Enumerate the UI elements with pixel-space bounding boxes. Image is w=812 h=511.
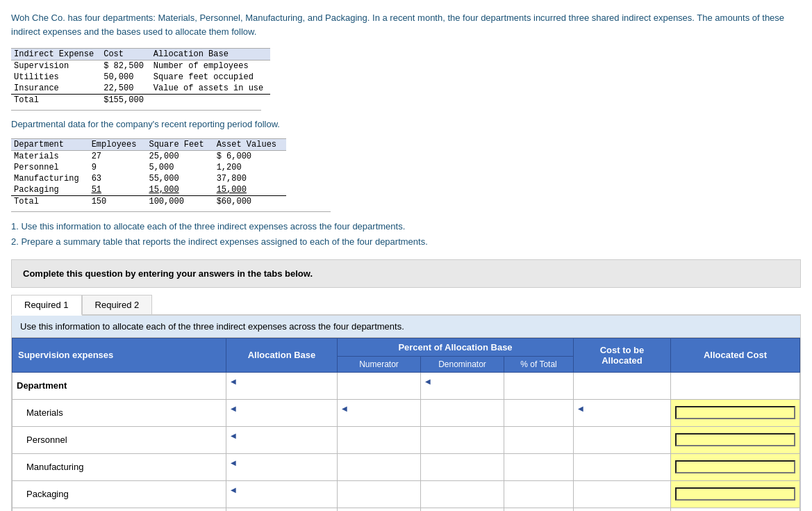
personnel-pct-input[interactable]	[508, 435, 569, 445]
manufacturing-pct-cell[interactable]	[504, 453, 574, 480]
sqft-personnel: 5,000	[146, 162, 213, 173]
dept-total-emp: 150	[89, 195, 147, 207]
manufacturing-allocated-cost-input[interactable]	[675, 460, 795, 473]
dept-pct-input[interactable]	[508, 381, 569, 391]
personnel-allocated-cost-cell[interactable]	[671, 426, 800, 453]
tab-required-2[interactable]: Required 2	[82, 295, 153, 314]
dept-denominator-input[interactable]	[425, 387, 499, 396]
dept-total-assets: $60,000	[214, 195, 286, 207]
dept-numerator-input-cell[interactable]	[338, 372, 421, 399]
manufacturing-alloc-base-cell[interactable]: ◀	[226, 453, 338, 480]
personnel-numerator-cell[interactable]	[338, 426, 421, 453]
personnel-allocated-cost-input[interactable]	[675, 433, 795, 446]
totals-cost-alloc-cell[interactable]	[574, 508, 671, 511]
tab-required-1[interactable]: Required 1	[11, 295, 82, 316]
tab-content: Use this information to allocate each of…	[11, 316, 801, 511]
dept-alloc-base-input-cell[interactable]: ◀	[226, 372, 338, 399]
cost-supervision: $ 82,500	[101, 60, 151, 72]
materials-alloc-base-input[interactable]	[231, 414, 333, 423]
manufacturing-cost-alloc-cell[interactable]	[574, 453, 671, 480]
totals-numerator-cell[interactable]	[338, 508, 421, 511]
dept-packaging: Packaging	[11, 184, 89, 196]
emp-personnel: 9	[89, 162, 147, 173]
packaging-alloc-base-input[interactable]	[231, 495, 333, 505]
materials-allocated-cost-cell[interactable]	[671, 399, 800, 426]
manufacturing-allocated-cost-cell[interactable]	[671, 453, 800, 480]
totals-denominator-cell[interactable]	[421, 508, 504, 511]
th-denominator: Denominator	[421, 356, 504, 372]
base-insurance: Value of assets in use	[151, 83, 270, 95]
packaging-cost-alloc-input[interactable]	[578, 489, 666, 499]
dept-allocated-cost-input-cell[interactable]	[671, 372, 800, 399]
manufacturing-numerator-input[interactable]	[342, 462, 416, 472]
packaging-allocated-cost-input[interactable]	[675, 487, 795, 501]
row-label-materials: Materials	[13, 399, 226, 426]
materials-alloc-base-cell[interactable]: ◀	[226, 399, 338, 426]
packaging-denominator-input[interactable]	[425, 489, 499, 499]
manufacturing-denominator-input[interactable]	[425, 462, 499, 472]
packaging-allocated-cost-cell[interactable]	[671, 480, 800, 508]
sqft-manufacturing: 55,000	[146, 173, 213, 184]
th-allocation-base: Allocation Base	[226, 338, 338, 372]
dept-allocated-cost-input[interactable]	[675, 381, 795, 391]
dept-total-label: Total	[11, 195, 89, 207]
manufacturing-denominator-cell[interactable]	[421, 453, 504, 480]
instruction-1: 1. Use this information to allocate each…	[11, 219, 801, 234]
packaging-pct-input[interactable]	[508, 489, 569, 499]
totals-alloc-base-cell[interactable]	[226, 508, 338, 511]
packaging-numerator-input[interactable]	[342, 489, 416, 499]
manufacturing-alloc-base-input[interactable]	[231, 468, 333, 478]
instruction-2: 2. Prepare a summary table that reports …	[11, 234, 801, 250]
manufacturing-pct-input[interactable]	[508, 462, 569, 472]
col-cost: Cost	[101, 49, 151, 60]
materials-numerator-cell[interactable]: ◀	[338, 399, 421, 426]
packaging-numerator-cell[interactable]	[338, 480, 421, 508]
assets-materials: $ 6,000	[214, 150, 286, 162]
personnel-cost-alloc-input[interactable]	[578, 435, 666, 445]
personnel-denominator-cell[interactable]	[421, 426, 504, 453]
dept-cost-alloc-input-cell[interactable]	[574, 372, 671, 399]
dept-personnel: Personnel	[11, 162, 89, 173]
tab-instruction: Use this information to allocate each of…	[12, 316, 800, 338]
base-utilities: Square feet occupied	[151, 72, 270, 83]
allocation-table: Supervision expenses Allocation Base Per…	[12, 338, 800, 511]
base-supervision: Number of employees	[151, 60, 270, 72]
packaging-alloc-base-cell[interactable]: ◀	[226, 480, 338, 508]
materials-denominator-cell[interactable]	[421, 399, 504, 426]
materials-pct-input[interactable]	[508, 408, 569, 418]
cost-insurance: 22,500	[101, 83, 151, 95]
dept-denominator-input-cell[interactable]: ◀	[421, 372, 504, 399]
personnel-denominator-input[interactable]	[425, 435, 499, 445]
materials-cost-alloc-cell[interactable]: ◀	[574, 399, 671, 426]
dept-alloc-base-input[interactable]	[231, 387, 333, 396]
dept-pct-input-cell[interactable]	[504, 372, 574, 399]
totals-pct-cell[interactable]	[504, 508, 574, 511]
packaging-cost-alloc-cell[interactable]	[574, 480, 671, 508]
dept-cost-alloc-input[interactable]	[578, 381, 666, 391]
dept-materials: Materials	[11, 150, 89, 162]
dept-numerator-input[interactable]	[342, 381, 416, 391]
dept-col-assets: Asset Values	[214, 138, 286, 150]
materials-pct-cell[interactable]	[504, 399, 574, 426]
manufacturing-numerator-cell[interactable]	[338, 453, 421, 480]
personnel-cost-alloc-cell[interactable]	[574, 426, 671, 453]
materials-cost-alloc-input[interactable]	[578, 414, 666, 423]
col-indirect-expense: Indirect Expense	[11, 49, 101, 60]
triangle-icon-dept-denom: ◀	[425, 378, 431, 385]
materials-numerator-input[interactable]	[342, 414, 416, 423]
personnel-alloc-base-cell[interactable]: ◀	[226, 426, 338, 453]
manufacturing-cost-alloc-input[interactable]	[578, 462, 666, 472]
packaging-denominator-cell[interactable]	[421, 480, 504, 508]
packaging-pct-cell[interactable]	[504, 480, 574, 508]
materials-allocated-cost-input[interactable]	[675, 406, 795, 419]
totals-allocated-cost-cell[interactable]	[671, 508, 800, 511]
personnel-alloc-base-input[interactable]	[231, 441, 333, 451]
triangle-icon-mat-num: ◀	[342, 405, 347, 412]
expense-insurance: Insurance	[11, 83, 101, 95]
personnel-pct-cell[interactable]	[504, 426, 574, 453]
cost-utilities: 50,000	[101, 72, 151, 83]
materials-denominator-input[interactable]	[425, 408, 499, 418]
row-label-packaging: Packaging	[13, 480, 226, 508]
personnel-numerator-input[interactable]	[342, 435, 416, 445]
instructions: 1. Use this information to allocate each…	[11, 219, 801, 250]
